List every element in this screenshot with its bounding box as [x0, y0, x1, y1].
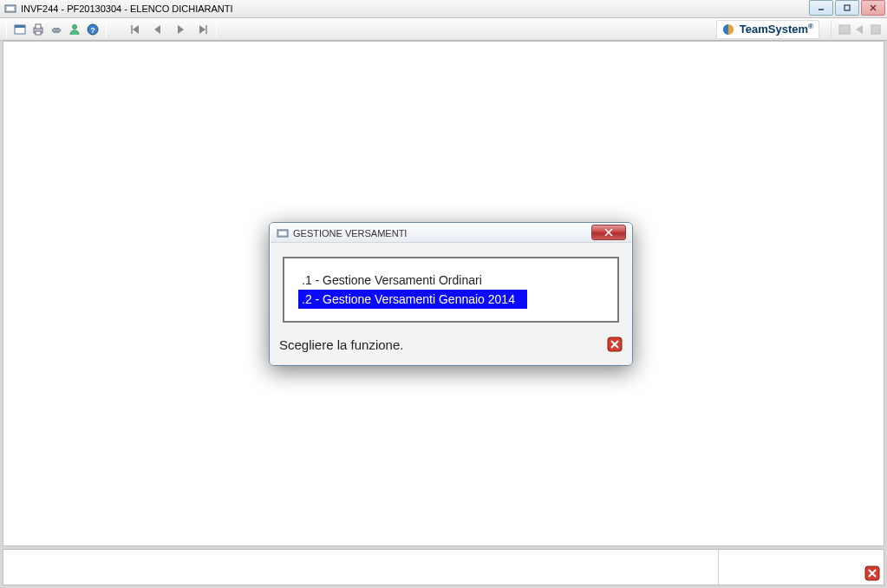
app-icon — [3, 2, 17, 16]
option-list: .1 - Gestione Versamenti Ordinari .2 - G… — [283, 257, 619, 323]
svg-rect-10 — [36, 31, 41, 35]
tool-arrow-icon[interactable] — [854, 23, 868, 36]
tool-icon[interactable] — [838, 23, 852, 36]
dialog-close-button[interactable] — [591, 225, 626, 240]
right-tools — [831, 20, 884, 39]
window-title: INVF244 - PF20130304 - ELENCO DICHIARANT… — [21, 3, 233, 14]
svg-marker-18 — [199, 25, 205, 34]
dialog-footer-text: Scegliere la funzione. — [279, 337, 403, 352]
dialog-body: .1 - Gestione Versamenti Ordinari .2 - G… — [271, 243, 631, 328]
cancel-icon[interactable] — [864, 565, 880, 581]
window-controls — [809, 0, 885, 16]
toolbar-separator — [106, 21, 107, 38]
tool-icon[interactable] — [870, 23, 884, 36]
svg-rect-22 — [871, 25, 880, 34]
main-window: INVF244 - PF20130304 - ELENCO DICHIARANT… — [0, 0, 887, 588]
brand-text: TeamSystem® — [740, 23, 813, 36]
svg-marker-15 — [133, 25, 139, 34]
svg-marker-21 — [856, 25, 863, 34]
svg-text:?: ? — [90, 26, 95, 35]
svg-rect-9 — [36, 24, 41, 29]
toolbar-separator — [216, 21, 217, 38]
svg-rect-20 — [839, 25, 850, 34]
svg-marker-16 — [154, 25, 160, 34]
svg-rect-3 — [845, 5, 850, 10]
dialog-icon — [276, 226, 290, 240]
option-2[interactable]: .2 - Gestione Versamenti Gennaio 2014 — [298, 290, 527, 309]
svg-rect-1 — [7, 7, 14, 10]
status-right — [719, 550, 884, 585]
toolbar-separator — [6, 21, 7, 38]
svg-marker-17 — [178, 25, 184, 34]
nav-group — [127, 22, 211, 37]
print-button[interactable] — [30, 22, 46, 37]
dialog-footer: Scegliere la funzione. — [271, 328, 631, 364]
maximize-button[interactable] — [835, 0, 859, 16]
user-button[interactable] — [67, 22, 82, 37]
preview-button[interactable] — [12, 22, 28, 37]
svg-rect-7 — [15, 25, 25, 28]
next-button[interactable] — [173, 22, 188, 37]
first-button[interactable] — [127, 22, 143, 37]
option-1[interactable]: .1 - Gestione Versamenti Ordinari — [288, 271, 614, 290]
svg-rect-27 — [279, 232, 286, 235]
dialog-gestione-versamenti: GESTIONE VERSAMENTI .1 - Gestione Versam… — [269, 222, 633, 366]
minimize-button[interactable] — [809, 0, 833, 16]
dialog-titlebar: GESTIONE VERSAMENTI — [271, 224, 631, 243]
prev-button[interactable] — [150, 22, 166, 37]
grab-button[interactable] — [49, 22, 64, 37]
main-titlebar: INVF244 - PF20130304 - ELENCO DICHIARANT… — [0, 0, 887, 18]
dialog-cancel-icon[interactable] — [607, 336, 623, 352]
dialog-title: GESTIONE VERSAMENTI — [293, 228, 407, 238]
status-main — [3, 550, 719, 585]
last-button[interactable] — [195, 22, 211, 37]
help-button[interactable]: ? — [85, 22, 101, 37]
status-bar — [3, 549, 884, 585]
svg-point-11 — [73, 24, 77, 29]
brand-logo[interactable]: TeamSystem® — [716, 20, 819, 39]
close-button[interactable] — [861, 0, 885, 16]
toolbar: ? TeamSystem® — [0, 18, 887, 41]
